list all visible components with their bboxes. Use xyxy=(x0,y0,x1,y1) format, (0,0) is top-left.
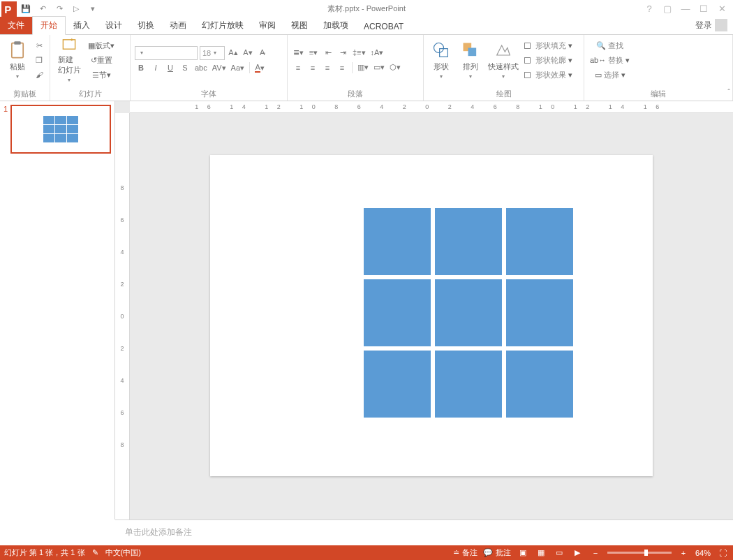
ruler-vertical[interactable]: 864202468 xyxy=(115,113,130,520)
change-case-button[interactable]: Aa▾ xyxy=(230,61,246,75)
bold-button[interactable]: B xyxy=(135,61,147,75)
font-size-combo[interactable]: 18▾ xyxy=(200,46,225,60)
shape-rect[interactable] xyxy=(364,208,431,275)
reset-button[interactable]: ↺ 重置 xyxy=(87,54,116,67)
align-right-button[interactable]: ≡ xyxy=(321,61,334,74)
clear-formatting-button[interactable]: A̶ xyxy=(256,46,269,59)
quick-styles-button[interactable]: 快速样式▾ xyxy=(487,37,520,83)
find-button[interactable]: 🔍 查找 xyxy=(588,39,631,52)
shape-fill-button[interactable]: 形状填充 ▾ xyxy=(523,39,574,52)
justify-button[interactable]: ≡ xyxy=(336,61,348,74)
tab-file[interactable]: 文件 xyxy=(0,17,32,34)
undo-button[interactable]: ↶ xyxy=(35,1,50,17)
arrange-button[interactable]: 排列▾ xyxy=(457,37,484,83)
sorter-view-button[interactable]: ▦ xyxy=(535,548,547,558)
tab-design[interactable]: 设计 xyxy=(98,17,130,34)
shape-rect[interactable] xyxy=(435,279,502,346)
spacing-button[interactable]: AV▾ xyxy=(211,61,228,75)
copy-button[interactable]: ❐ xyxy=(33,54,45,67)
language-button[interactable]: 中文(中国) xyxy=(105,547,141,558)
shape-rect[interactable] xyxy=(506,208,573,275)
italic-button[interactable]: I xyxy=(149,61,162,75)
numbering-button[interactable]: ≡▾ xyxy=(307,46,320,59)
shape-outline-button[interactable]: 形状轮廓 ▾ xyxy=(523,54,574,67)
font-color-button[interactable]: A▾ xyxy=(253,61,266,75)
shape-rect[interactable] xyxy=(506,279,573,346)
section-button[interactable]: ☰ 节 ▾ xyxy=(87,68,116,82)
cut-button[interactable]: ✂ xyxy=(33,39,45,52)
ruler-horizontal[interactable]: 16 14 12 10 8 6 4 2 0 2 4 6 8 10 12 14 1… xyxy=(130,101,733,113)
normal-view-button[interactable]: ▣ xyxy=(517,548,529,558)
font-name-combo[interactable]: ▾ xyxy=(135,46,198,60)
slide-counter[interactable]: 幻灯片 第 1 张，共 1 张 xyxy=(4,547,85,558)
group-slides: 新建 幻灯片 ▾ ▦ 版式 ▾ ↺ 重置 ☰ 节 ▾ 幻灯片 xyxy=(50,35,131,101)
spellcheck-icon[interactable]: ✎ xyxy=(92,548,98,557)
zoom-slider[interactable] xyxy=(607,552,672,554)
bullets-button[interactable]: ≣▾ xyxy=(292,46,305,59)
slide[interactable] xyxy=(210,155,653,476)
tab-view[interactable]: 视图 xyxy=(283,17,316,34)
comments-toggle[interactable]: 💬 批注 xyxy=(483,547,511,558)
shape-grid[interactable] xyxy=(364,208,573,418)
slide-thumb-1[interactable]: 1 xyxy=(3,105,111,154)
start-slideshow-button[interactable]: ▷ xyxy=(68,1,84,17)
slideshow-view-button[interactable]: ▶ xyxy=(571,548,584,558)
format-painter-button[interactable]: 🖌 xyxy=(33,68,45,82)
layout-button[interactable]: ▦ 版式 ▾ xyxy=(87,39,116,52)
tab-home[interactable]: 开始 xyxy=(32,16,66,35)
close-button[interactable]: ✕ xyxy=(715,3,729,14)
replace-button[interactable]: ab↔ 替换 ▾ xyxy=(588,54,631,67)
increase-font-button[interactable]: A▴ xyxy=(227,46,239,59)
shape-rect[interactable] xyxy=(364,351,431,418)
shape-rect[interactable] xyxy=(435,208,502,275)
reading-view-button[interactable]: ▭ xyxy=(553,548,565,558)
shape-effects-button[interactable]: 形状效果 ▾ xyxy=(523,68,574,82)
decrease-indent-button[interactable]: ⇤ xyxy=(322,46,334,59)
thumbnail-pane[interactable]: 1 xyxy=(0,101,115,520)
zoom-thumb[interactable] xyxy=(644,550,648,556)
shapes-button[interactable]: 形状▾ xyxy=(428,37,454,83)
notes-toggle[interactable]: ≐ 备注 xyxy=(453,547,477,558)
fit-window-button[interactable]: ⛶ xyxy=(716,548,729,558)
zoom-value[interactable]: 64% xyxy=(695,549,711,557)
text-direction-button[interactable]: ↕A▾ xyxy=(369,46,385,59)
select-button[interactable]: ▭ 选择 ▾ xyxy=(588,68,631,82)
ribbon-display-button[interactable]: ▢ xyxy=(660,3,674,14)
columns-button[interactable]: ▥▾ xyxy=(356,61,370,74)
tab-transitions[interactable]: 切换 xyxy=(130,17,162,34)
paste-button[interactable]: 粘贴 ▾ xyxy=(4,37,30,83)
align-left-button[interactable]: ≡ xyxy=(292,61,304,74)
new-slide-button[interactable]: 新建 幻灯片 ▾ xyxy=(54,37,84,83)
strike-button[interactable]: abc xyxy=(193,61,209,75)
qat-customize-button[interactable]: ▾ xyxy=(85,1,101,17)
tab-slideshow[interactable]: 幻灯片放映 xyxy=(194,17,251,34)
arrange-icon xyxy=(461,40,480,60)
help-button[interactable]: ? xyxy=(642,3,656,14)
shape-rect[interactable] xyxy=(364,279,431,346)
canvas[interactable] xyxy=(130,113,733,520)
login-button[interactable]: 登录 xyxy=(690,16,733,34)
align-text-button[interactable]: ▭▾ xyxy=(372,61,386,74)
line-spacing-button[interactable]: ‡≡▾ xyxy=(351,46,367,59)
maximize-button[interactable]: ☐ xyxy=(697,3,711,14)
align-center-button[interactable]: ≡ xyxy=(306,61,319,74)
collapse-ribbon-button[interactable]: ˆ xyxy=(727,88,730,96)
tab-animations[interactable]: 动画 xyxy=(162,17,194,34)
shadow-button[interactable]: S xyxy=(179,61,191,75)
tab-acrobat[interactable]: ACROBAT xyxy=(356,19,411,34)
redo-button[interactable]: ↷ xyxy=(52,1,67,17)
increase-indent-button[interactable]: ⇥ xyxy=(336,46,349,59)
notes-pane[interactable]: 单击此处添加备注 xyxy=(115,520,733,545)
shape-rect[interactable] xyxy=(435,351,502,418)
zoom-out-button[interactable]: − xyxy=(589,548,602,558)
zoom-in-button[interactable]: + xyxy=(677,548,690,558)
tab-review[interactable]: 审阅 xyxy=(251,17,283,34)
tab-addins[interactable]: 加载项 xyxy=(316,17,356,34)
save-button[interactable]: 💾 xyxy=(18,1,34,17)
minimize-button[interactable]: — xyxy=(679,3,693,14)
smartart-button[interactable]: ⬡▾ xyxy=(388,61,402,74)
decrease-font-button[interactable]: A▾ xyxy=(242,46,254,59)
shape-rect[interactable] xyxy=(506,351,573,418)
underline-button[interactable]: U xyxy=(164,61,177,75)
tab-insert[interactable]: 插入 xyxy=(66,17,98,34)
